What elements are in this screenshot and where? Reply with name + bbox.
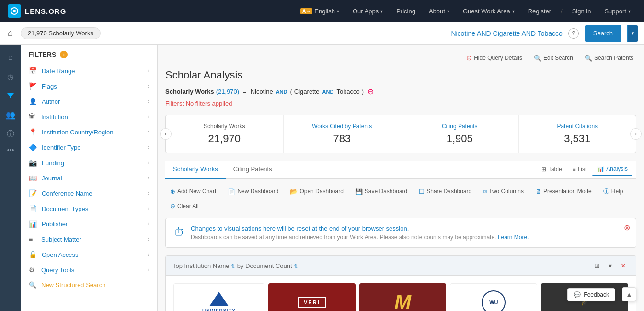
no-filters-text: No filters applied: [186, 100, 232, 107]
chevron-down-icon: ▾: [628, 9, 631, 14]
filter-item-conference-name[interactable]: 📝 Conference Name ›: [21, 186, 157, 201]
toolbar-open-dashboard[interactable]: 📂 Open Dashboard: [285, 185, 348, 198]
filters-info-icon[interactable]: i: [60, 51, 68, 58]
chart-header: Top Institution Name ⇅ by Document Count…: [166, 256, 636, 276]
works-count-badge: 21,970 Scholarly Works: [21, 27, 101, 39]
stat-value-2: 1,905: [409, 133, 511, 145]
stats-nav-left[interactable]: ‹: [160, 128, 172, 140]
nav-our-apps[interactable]: Our Apps ▾: [347, 0, 389, 22]
chevron-right-icon: ›: [148, 190, 150, 197]
search-patents-btn[interactable]: 🔍 Search Patents: [582, 53, 636, 63]
open-dashboard-icon: 📂: [290, 188, 298, 195]
toolbar-share-dashboard[interactable]: ☐ Share Dashboard: [414, 185, 476, 198]
filter-item-query-tools[interactable]: ⚙ Query Tools ›: [21, 262, 157, 278]
toolbar-two-columns[interactable]: ⧈ Two Columns: [478, 185, 529, 198]
filters-label: FILTERS: [29, 51, 56, 58]
chart-expand-btn[interactable]: ▾: [606, 261, 615, 270]
nav-support[interactable]: Support ▾: [598, 0, 636, 22]
filter-item-publisher[interactable]: 📊 Publisher ›: [21, 216, 157, 232]
info-banner-close-icon[interactable]: ⊗: [624, 223, 630, 232]
filter-item-subject-matter[interactable]: ≡ Subject Matter ›: [21, 232, 157, 247]
nav-about[interactable]: About ▾: [423, 0, 455, 22]
chart-title: Top Institution Name ⇅ by Document Count…: [172, 262, 298, 269]
stats-row: ‹ Scholarly Works 21,970 Works Cited by …: [165, 115, 636, 153]
stat-item-1[interactable]: Works Cited by Patents 783: [284, 115, 402, 153]
filter-icon-conference-name: 📝: [29, 189, 37, 197]
sidebar-icon-home[interactable]: ⌂: [2, 49, 19, 66]
filter-item-author[interactable]: 👤 Author ›: [21, 94, 157, 109]
sidebar-icon-users[interactable]: 👥: [2, 106, 19, 123]
filters-header: FILTERS i: [21, 51, 157, 63]
query-count[interactable]: (21,970): [216, 88, 239, 95]
search-bar: ⌂ 21,970 Scholarly Works Nicotine AND Ci…: [0, 22, 644, 45]
logo-icon: [8, 4, 21, 18]
new-structured-search[interactable]: 🔍 New Structured Search: [21, 278, 157, 292]
nav-guest-work-area[interactable]: Guest Work Area ▾: [457, 0, 520, 22]
filter-icon-journal: 📖: [29, 174, 37, 182]
filter-icon-institution: 🏛: [29, 113, 36, 121]
home-icon[interactable]: ⌂: [6, 26, 15, 40]
filter-item-institution[interactable]: 🏛 Institution ›: [21, 109, 157, 124]
toolbar-add-new-chart[interactable]: ⊕ Add New Chart: [165, 185, 221, 198]
toolbar-clear-all[interactable]: ⊖ Clear All: [165, 200, 204, 212]
stat-value-1: 783: [291, 133, 393, 145]
top-nav: LENS.ORG A→ English ▾ Our Apps ▾ Pricing…: [0, 0, 644, 22]
nav-language[interactable]: A→ English ▾: [295, 0, 345, 22]
tab-citing-patents[interactable]: Citing Patents: [226, 161, 280, 179]
view-analysis-btn[interactable]: 📊 Analysis: [592, 163, 632, 176]
filter-item-institution-country[interactable]: 📍 Institution Country/Region ›: [21, 124, 157, 140]
sidebar-more-icon[interactable]: •••: [7, 146, 14, 154]
filter-item-journal[interactable]: 📖 Journal ›: [21, 170, 157, 186]
toolbar-save-dashboard[interactable]: 💾 Save Dashboard: [350, 185, 412, 198]
stats-nav-right[interactable]: ›: [630, 128, 642, 140]
search-button[interactable]: Search: [585, 25, 621, 42]
feedback-button[interactable]: 💬 Feedback: [567, 288, 615, 301]
chevron-right-icon: ›: [148, 175, 150, 181]
search-help-icon[interactable]: ?: [568, 28, 579, 39]
filter-icon-document-types: 📄: [29, 205, 37, 212]
scroll-top-button[interactable]: ▲: [622, 287, 636, 301]
filter-item-document-types[interactable]: 📄 Document Types ›: [21, 201, 157, 216]
edit-search-btn[interactable]: 🔍 Edit Search: [531, 53, 576, 63]
filter-item-flags[interactable]: 🚩 Flags ›: [21, 78, 157, 94]
info-banner-text: Changes to visualisations here will be r…: [191, 225, 628, 241]
filter-label-date-range: Date Range: [42, 67, 143, 75]
logo[interactable]: LENS.ORG: [8, 4, 66, 18]
stat-value-3: 3,531: [527, 133, 629, 145]
chart-close-btn[interactable]: ✕: [618, 261, 629, 270]
chart-sort-icon[interactable]: ⇅: [231, 263, 235, 269]
filter-item-date-range[interactable]: 📅 Date Range ›: [21, 63, 157, 78]
filter-icon-funding: 📷: [29, 159, 37, 167]
two-columns-icon: ⧈: [483, 188, 487, 195]
stat-item-2[interactable]: Citing Patents 1,905: [401, 115, 519, 153]
edit-search-icon: 🔍: [534, 55, 541, 62]
learn-more-link[interactable]: Learn More.: [498, 234, 529, 241]
search-dropdown-button[interactable]: ▾: [627, 25, 638, 42]
hide-query-details-btn[interactable]: ⊖ Hide Query Details: [463, 53, 525, 63]
filters-panel: FILTERS i 📅 Date Range › 🚩 Flags › 👤 Aut…: [21, 45, 158, 311]
filter-item-identifier-type[interactable]: 🔷 Identifier Type ›: [21, 140, 157, 155]
sidebar-icon-info[interactable]: ⓘ: [2, 125, 19, 143]
query-paren-close: ): [362, 88, 364, 95]
list-icon: ≡: [573, 166, 576, 173]
stat-item-0[interactable]: Scholarly Works 21,970: [166, 115, 284, 153]
nav-register[interactable]: Register: [522, 0, 557, 22]
filter-label-document-types: Document Types: [42, 205, 143, 212]
toolbar-new-dashboard[interactable]: 📄 New Dashboard: [223, 185, 283, 198]
filter-item-funding[interactable]: 📷 Funding ›: [21, 155, 157, 170]
sidebar-icon-history[interactable]: ◷: [2, 68, 19, 85]
query-remove-icon[interactable]: ⊖: [368, 87, 374, 96]
sidebar-icon-filter[interactable]: [2, 87, 19, 104]
view-table-btn[interactable]: ⊞ Table: [537, 163, 567, 176]
stat-item-3[interactable]: Patent Citations 3,531: [519, 115, 636, 153]
view-list-btn[interactable]: ≡ List: [568, 163, 592, 176]
chart-stack-btn[interactable]: ⊞: [591, 261, 603, 270]
nav-sign-in[interactable]: Sign in: [566, 0, 597, 22]
toolbar-presentation-mode[interactable]: 🖥 Presentation Mode: [530, 185, 597, 198]
tab-scholarly-works[interactable]: Scholarly Works: [165, 161, 226, 179]
chart-metric-sort-icon[interactable]: ⇅: [294, 263, 298, 269]
filter-item-open-access[interactable]: 🔓 Open Access ›: [21, 247, 157, 262]
nav-pricing[interactable]: Pricing: [391, 0, 421, 22]
table-icon: ⊞: [541, 166, 546, 173]
toolbar-help[interactable]: ⓘ Help: [598, 185, 628, 198]
